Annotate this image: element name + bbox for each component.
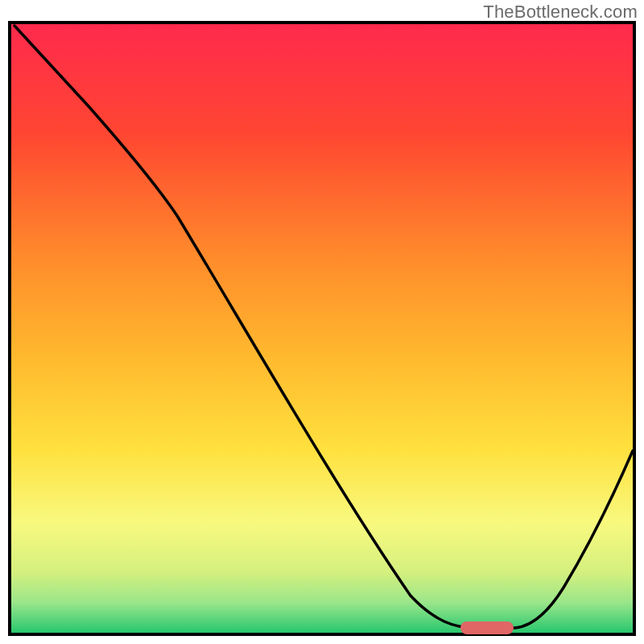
gradient-bg	[11, 24, 633, 633]
bottleneck-chart	[0, 0, 644, 644]
chart-wrapper: TheBottleneck.com	[0, 0, 644, 644]
watermark-text: TheBottleneck.com	[483, 2, 638, 23]
optimal-marker	[460, 621, 514, 634]
